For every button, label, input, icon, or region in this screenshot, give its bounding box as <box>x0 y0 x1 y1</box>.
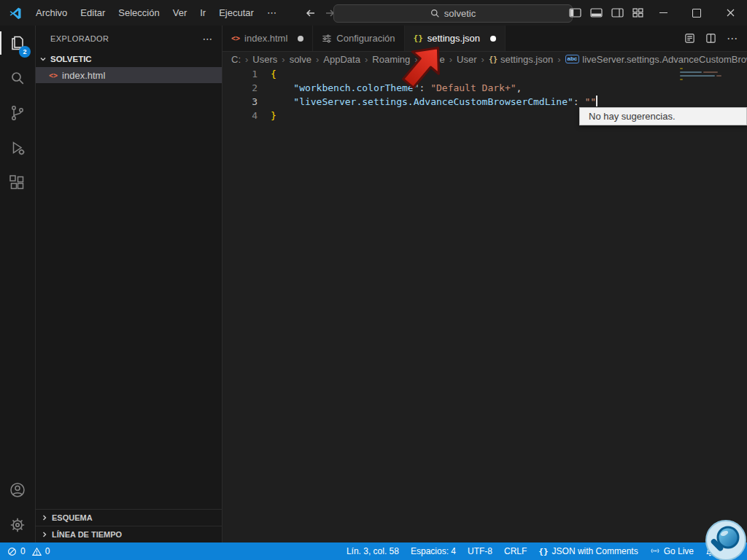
chevron-right-icon <box>40 530 49 539</box>
code-token: { <box>271 69 276 79</box>
chevron-right-icon <box>40 513 49 522</box>
account-icon <box>9 481 26 499</box>
open-settings-ui-icon[interactable] <box>684 33 695 44</box>
minimap[interactable] <box>680 68 740 82</box>
breadcrumb-item[interactable]: Users <box>252 54 277 65</box>
history-navigation <box>305 0 336 26</box>
folder-label: SOLVETIC <box>50 55 92 63</box>
git-branch-icon <box>9 104 26 122</box>
search-input[interactable]: solvetic <box>333 4 573 23</box>
toggle-panel-icon[interactable] <box>590 8 603 18</box>
json-file-icon: {} <box>489 55 498 63</box>
status-bar: 0 0 Lín. 3, col. 58 Espacios: 4 UTF-8 CR… <box>0 542 747 560</box>
breadcrumb-separator: › <box>365 54 368 65</box>
menu-more[interactable]: ⋯ <box>260 0 283 26</box>
language-mode[interactable]: {} JSON with Comments <box>538 546 638 556</box>
code-line[interactable]: 2 "workbench.colorTheme": "Default Dark+… <box>222 81 747 95</box>
run-debug-activity-button[interactable] <box>0 131 35 166</box>
cursor-position[interactable]: Lín. 3, col. 58 <box>347 546 399 556</box>
menu-editar[interactable]: Editar <box>74 0 112 26</box>
explorer-activity-button[interactable]: 2 <box>0 26 35 61</box>
search-activity-button[interactable] <box>0 61 35 96</box>
warning-count: 0 <box>45 546 50 556</box>
language-label: JSON with Comments <box>552 546 638 556</box>
tab-configuracion[interactable]: Configuración <box>313 26 404 51</box>
go-live-button[interactable]: Go Live <box>650 546 694 556</box>
breadcrumb-separator: › <box>282 54 285 65</box>
file-label: index.html <box>62 70 105 81</box>
customize-layout-icon[interactable] <box>632 8 643 18</box>
search-value: solvetic <box>444 8 476 19</box>
code-line[interactable]: 1 { <box>222 67 747 81</box>
extensions-activity-button[interactable] <box>0 166 35 201</box>
breadcrumb-item[interactable]: C: <box>231 54 241 65</box>
breadcrumb-separator: › <box>316 54 319 65</box>
go-live-label: Go Live <box>664 546 694 556</box>
menu-ejecutar[interactable]: Ejecutar <box>212 0 260 26</box>
vscode-window: Archivo Editar Selección Ver Ir Ejecutar… <box>0 0 747 560</box>
indentation-setting[interactable]: Espacios: 4 <box>411 546 456 556</box>
settings-sliders-icon <box>322 34 332 44</box>
line-number: 1 <box>222 67 258 81</box>
modified-dot[interactable] <box>298 36 303 42</box>
vscode-logo-icon <box>9 7 22 20</box>
eol-setting[interactable]: CRLF <box>504 546 527 556</box>
chevron-down-icon <box>39 55 47 63</box>
menu-seleccion[interactable]: Selección <box>112 0 166 26</box>
close-button[interactable] <box>713 0 747 26</box>
error-count: 0 <box>20 546 26 556</box>
code-token <box>271 82 293 93</box>
layout-controls <box>569 0 643 26</box>
breadcrumb-label: liveServer.settings.AdvanceCustomBrows <box>582 54 747 65</box>
error-icon <box>7 547 17 556</box>
tab-bar: <> index.html Configuración {} settings.… <box>222 26 747 52</box>
breadcrumb: C: › Users › solve › AppData › Roaming ›… <box>222 51 747 67</box>
toggle-secondary-sidebar-icon[interactable] <box>611 8 624 18</box>
breadcrumb-separator: › <box>557 54 560 65</box>
maximize-button[interactable] <box>680 0 713 26</box>
file-index-html[interactable]: <> index.html <box>36 67 222 83</box>
broadcast-icon <box>650 547 660 556</box>
problems-indicator[interactable]: 0 0 <box>7 546 50 556</box>
menu-ir[interactable]: Ir <box>193 0 212 26</box>
html-file-icon: <> <box>49 71 58 79</box>
run-debug-icon <box>9 139 26 157</box>
source-control-activity-button[interactable] <box>0 96 35 131</box>
explorer-more-actions[interactable]: ⋯ <box>203 33 213 44</box>
code-token: , <box>516 82 522 93</box>
breadcrumb-item-settings-json[interactable]: {} settings.json <box>489 54 553 65</box>
code-token: "liveServer.settings.AdvanceCustomBrowse… <box>293 96 573 107</box>
account-button[interactable] <box>0 472 35 508</box>
modified-dot[interactable] <box>490 36 496 42</box>
settings-gear-button[interactable] <box>0 508 35 542</box>
toggle-sidebar-icon[interactable] <box>569 8 581 18</box>
breadcrumb-item[interactable]: User <box>457 54 476 65</box>
editor-actions: ⋯ <box>684 26 747 51</box>
breadcrumb-item[interactable]: AppData <box>323 54 360 65</box>
minimize-button[interactable] <box>646 0 680 26</box>
breadcrumb-item[interactable]: solve <box>290 54 311 65</box>
tab-label: Configuración <box>336 33 395 44</box>
line-number: 2 <box>222 81 258 95</box>
code-token: "" <box>584 96 596 107</box>
menu-ver[interactable]: Ver <box>166 0 194 26</box>
outline-section[interactable]: ESQUEMA <box>36 509 222 526</box>
back-arrow-icon[interactable] <box>305 7 317 19</box>
code-editor[interactable]: 1 { 2 "workbench.colorTheme": "Default D… <box>222 67 747 542</box>
split-editor-icon[interactable] <box>705 33 716 44</box>
search-icon <box>9 69 26 87</box>
breadcrumb-separator: › <box>481 54 484 65</box>
more-actions-icon[interactable]: ⋯ <box>727 32 738 45</box>
html-file-icon: <> <box>231 34 240 42</box>
window-controls <box>646 0 747 26</box>
warning-icon <box>32 547 42 556</box>
activity-bar: 2 <box>0 26 36 542</box>
encoding-setting[interactable]: UTF-8 <box>468 546 492 556</box>
timeline-section[interactable]: LÍNEA DE TIEMPO <box>36 526 222 542</box>
folder-solvetic[interactable]: SOLVETIC <box>36 51 222 67</box>
tab-index-html[interactable]: <> index.html <box>222 26 313 51</box>
menu-archivo[interactable]: Archivo <box>29 0 74 26</box>
breadcrumb-item-symbol[interactable]: abc liveServer.settings.AdvanceCustomBro… <box>565 54 747 65</box>
code-token <box>271 96 293 107</box>
gear-icon <box>9 516 26 534</box>
